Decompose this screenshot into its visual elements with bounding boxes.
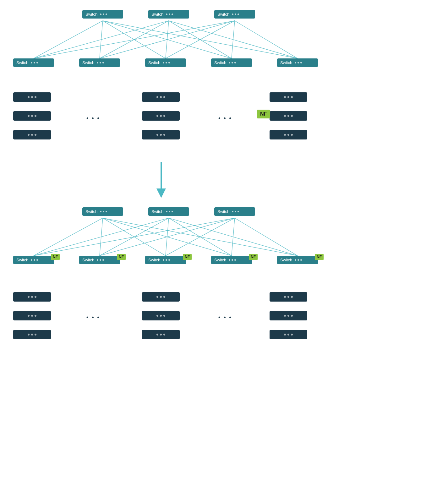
device-dots — [28, 96, 36, 98]
top-switch-2: Switch — [148, 10, 189, 19]
bbottom-switch-5: Switch — [277, 256, 318, 264]
device-dots — [156, 334, 165, 336]
dot — [160, 296, 162, 298]
switch-label: Switch — [280, 258, 292, 262]
bbottom-switch-1: Switch — [13, 256, 54, 264]
dot — [163, 115, 165, 117]
dot — [35, 315, 36, 317]
connection-lines — [0, 0, 448, 491]
svg-line-25 — [34, 218, 235, 256]
svg-line-20 — [34, 218, 169, 256]
svg-line-11 — [100, 21, 235, 58]
svg-line-4 — [103, 21, 298, 58]
device-dots — [28, 115, 36, 117]
dot — [163, 134, 165, 136]
svg-line-14 — [235, 21, 298, 58]
svg-line-6 — [100, 21, 169, 58]
dot — [28, 315, 30, 317]
device-block — [13, 92, 51, 102]
dot — [163, 296, 165, 298]
device-dots — [28, 315, 36, 317]
nf-label: NF — [317, 255, 322, 259]
device-dots — [156, 134, 165, 136]
dot — [156, 315, 158, 317]
switch-dots — [97, 259, 104, 261]
dot — [36, 62, 38, 63]
switch-label: Switch — [214, 258, 226, 262]
top-switch-1: Switch — [82, 10, 123, 19]
switch-dots — [232, 211, 239, 212]
dot — [31, 296, 33, 298]
device-dots — [284, 315, 293, 317]
device-block — [270, 311, 307, 320]
ellipsis-4: • • • — [218, 314, 232, 321]
svg-line-18 — [103, 218, 232, 256]
dot — [291, 115, 293, 117]
dot — [234, 259, 236, 261]
dot — [287, 334, 289, 336]
device-dots — [284, 334, 293, 336]
dot — [238, 14, 239, 15]
dot — [169, 14, 170, 15]
svg-line-13 — [232, 21, 235, 58]
svg-line-5 — [34, 21, 169, 58]
device-block — [142, 311, 180, 320]
dot — [163, 259, 164, 261]
dot — [284, 134, 286, 136]
dot — [102, 259, 104, 261]
device-dots — [284, 296, 293, 298]
dot — [284, 315, 286, 317]
dot — [298, 259, 299, 261]
dot — [103, 14, 104, 15]
svg-line-2 — [103, 21, 166, 58]
switch-dots — [232, 14, 239, 15]
dot — [287, 315, 289, 317]
svg-line-0 — [34, 21, 103, 58]
dot — [168, 259, 170, 261]
svg-line-16 — [100, 218, 103, 256]
nf-badge-top: NF — [257, 110, 270, 118]
svg-line-21 — [100, 218, 169, 256]
switch-dots — [229, 62, 236, 63]
svg-line-9 — [169, 21, 298, 58]
device-block — [13, 292, 51, 302]
svg-line-24 — [169, 218, 298, 256]
dot — [31, 115, 33, 117]
switch-label: Switch — [148, 60, 160, 65]
btop-switch-3: Switch — [214, 207, 255, 216]
dot — [235, 211, 236, 212]
dot — [156, 115, 158, 117]
device-dots — [284, 134, 293, 136]
svg-line-26 — [100, 218, 235, 256]
device-block — [13, 311, 51, 320]
device-block — [270, 130, 307, 139]
dot — [160, 96, 162, 98]
bottom-switch-2: Switch — [79, 58, 120, 67]
device-dots — [156, 96, 165, 98]
dot — [106, 14, 107, 15]
device-dots — [284, 96, 293, 98]
dot — [300, 62, 302, 63]
dot — [31, 259, 32, 261]
dot — [232, 259, 233, 261]
device-dots — [284, 115, 293, 117]
device-block — [270, 92, 307, 102]
device-dots — [156, 296, 165, 298]
device-dots — [28, 134, 36, 136]
dot — [291, 334, 293, 336]
dot — [28, 96, 30, 98]
dot — [300, 259, 302, 261]
switch-label: Switch — [217, 12, 229, 17]
dot — [28, 115, 30, 117]
dot — [287, 115, 289, 117]
nf-badge-b4: NF — [249, 254, 258, 260]
switch-label: Switch — [82, 258, 94, 262]
svg-line-29 — [235, 218, 298, 256]
dot — [28, 134, 30, 136]
nf-label: NF — [185, 255, 190, 259]
btop-switch-2: Switch — [148, 207, 189, 216]
dot — [100, 14, 101, 15]
nf-badge-b5: NF — [315, 254, 324, 260]
device-block — [142, 111, 180, 121]
dot — [166, 211, 167, 212]
